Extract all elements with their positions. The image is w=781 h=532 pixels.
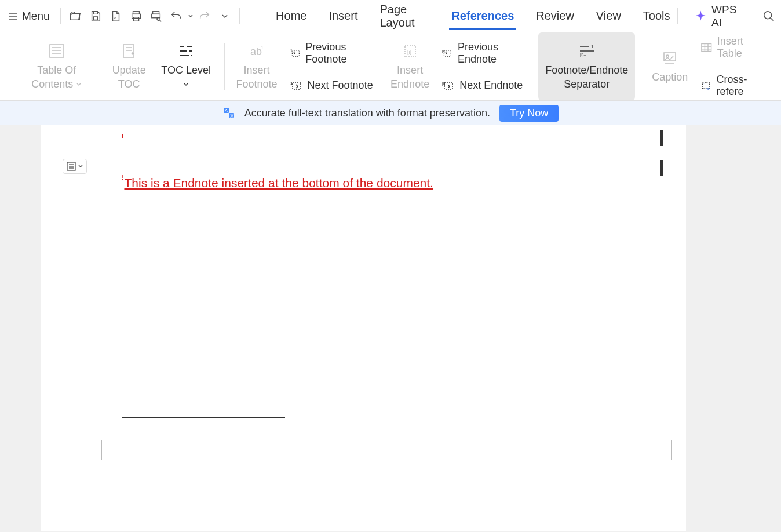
svg-text:A: A [225, 108, 228, 112]
svg-text:[i]: [i] [407, 49, 411, 55]
toc-icon [48, 43, 65, 59]
try-now-button[interactable]: Try Now [499, 105, 559, 122]
separator-icon: 1[i]= [578, 43, 596, 59]
svg-rect-14 [50, 45, 64, 57]
insert-footnote-button[interactable]: ab1 Insert Footnote [229, 32, 284, 100]
hamburger-icon [8, 11, 19, 21]
tab-review[interactable]: Review [534, 2, 576, 30]
toc-level-label: TOC Level [160, 64, 213, 91]
tab-references[interactable]: References [449, 2, 516, 30]
wps-ai-button[interactable]: WPS AI [689, 3, 752, 29]
svg-text:1: 1 [591, 44, 594, 49]
svg-text:1: 1 [261, 45, 264, 50]
paragraph-layout-button[interactable] [63, 159, 87, 174]
search-icon [762, 10, 775, 23]
svg-text:": " [704, 82, 705, 86]
svg-rect-18 [123, 45, 134, 57]
insert-footnote-label: Insert Footnote [236, 64, 278, 91]
save-button[interactable] [87, 8, 104, 25]
tab-insert[interactable]: Insert [326, 2, 360, 30]
update-toc-button[interactable]: Update TOC [105, 32, 153, 100]
export-pdf-icon: P [110, 10, 122, 23]
open-button[interactable] [67, 8, 84, 25]
ribbon: Table Of Contents Update TOC TOC Level a… [0, 32, 781, 101]
ribbon-group-captions: Caption Insert Table " Cross-refere [640, 32, 778, 100]
insert-endnote-button[interactable]: [i] Insert Endnote [384, 32, 436, 100]
next-footnote-label: Next Footnote [308, 79, 373, 92]
translate-icon: A文 [222, 107, 235, 119]
title-bar: Menu P Home Insert Page Layout Reference… [0, 0, 781, 32]
table-of-contents-button[interactable]: Table Of Contents [8, 32, 105, 100]
footnote-endnote-separator-button[interactable]: 1[i]= Footnote/Endnote Separator [538, 32, 635, 100]
save-icon [89, 10, 102, 23]
endnote-content[interactable]: i This is a Endnote inserted at the bott… [122, 176, 605, 190]
separator [677, 8, 678, 24]
undo-button[interactable] [168, 8, 185, 25]
cross-reference-label: Cross-refere [717, 74, 767, 98]
svg-rect-42 [702, 43, 711, 51]
insert-endnote-icon: [i] [402, 43, 418, 59]
print-button[interactable] [127, 8, 144, 25]
search-button[interactable] [761, 8, 777, 25]
previous-footnote-button[interactable]: 1 Previous Footnote [284, 38, 384, 69]
next-endnote-button[interactable]: [i] Next Endnote [436, 76, 534, 95]
svg-text:[i]=: [i]= [580, 52, 586, 57]
next-endnote-label: Next Endnote [459, 79, 523, 92]
insert-table-label: Insert Table [717, 35, 767, 60]
toc-level-button[interactable]: TOC Level [153, 32, 220, 100]
prev-endnote-label: Previous Endnote [458, 41, 528, 65]
bottom-line [122, 417, 285, 418]
svg-text:P: P [114, 16, 116, 19]
prev-footnote-label: Previous Footnote [305, 41, 378, 65]
tab-page-layout[interactable]: Page Layout [377, 0, 432, 37]
next-footnote-button[interactable]: 1 Next Footnote [284, 76, 384, 95]
tab-tools[interactable]: Tools [641, 2, 673, 30]
undo-dropdown[interactable] [187, 8, 194, 25]
chevron-down-icon [78, 163, 83, 169]
caption-icon [662, 50, 678, 65]
page[interactable]: i i This is a Endnote inserted at the bo… [41, 125, 686, 531]
toc-level-icon [177, 43, 195, 59]
svg-rect-7 [133, 17, 138, 20]
menu-label: Menu [22, 10, 50, 23]
tab-view[interactable]: View [594, 2, 623, 30]
translation-banner: A文 Accurate full-text translation with f… [0, 101, 781, 125]
layout-icon [66, 161, 76, 172]
menu-button[interactable]: Menu [2, 8, 56, 25]
redo-button[interactable] [196, 8, 213, 25]
print-icon [130, 10, 143, 23]
svg-rect-3 [93, 16, 97, 19]
svg-text:文: 文 [230, 114, 234, 118]
previous-endnote-button[interactable]: [i] Previous Endnote [436, 38, 534, 69]
page-margin-corner [652, 440, 672, 460]
folder-open-icon [69, 10, 82, 23]
toc-label: Table Of Contents [15, 64, 98, 91]
top-right-controls: WPS AI [673, 3, 779, 29]
cross-reference-icon: " [700, 80, 711, 92]
svg-text:[i]: [i] [442, 49, 445, 53]
ribbon-group-toc: Table Of Contents Update TOC TOC Level [3, 32, 224, 100]
separator [239, 8, 240, 24]
endnote-separator-line [122, 163, 285, 163]
insert-table-icon [700, 42, 712, 53]
more-qa-button[interactable] [216, 8, 233, 25]
separator [60, 8, 61, 24]
prev-footnote-icon: 1 [290, 48, 301, 59]
page-margin-corner [101, 440, 122, 460]
wps-ai-label: WPS AI [711, 3, 747, 29]
undo-icon [170, 10, 183, 23]
endnote-ref-small: i [122, 131, 605, 140]
redo-icon [198, 10, 211, 23]
prev-endnote-icon: [i] [442, 48, 453, 59]
tab-home[interactable]: Home [273, 2, 309, 30]
ai-sparkle-icon [694, 9, 707, 23]
cross-reference-button[interactable]: " Cross-refere [695, 70, 773, 101]
ribbon-tabs: Home Insert Page Layout References Revie… [273, 0, 672, 37]
fe-separator-label: Footnote/Endnote Separator [545, 64, 628, 91]
caption-button[interactable]: Caption [645, 32, 695, 100]
export-pdf-button[interactable]: P [107, 8, 124, 25]
change-marker [660, 160, 663, 176]
update-toc-icon [121, 43, 137, 59]
print-preview-button[interactable] [148, 8, 165, 25]
insert-table-button[interactable]: Insert Table [695, 32, 773, 63]
